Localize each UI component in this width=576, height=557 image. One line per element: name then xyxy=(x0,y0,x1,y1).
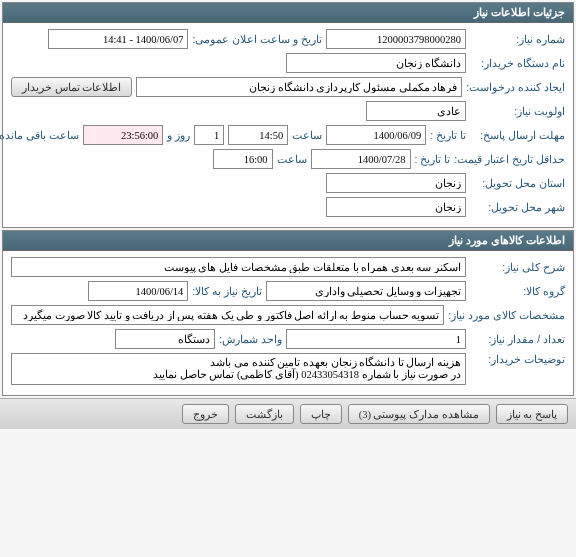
row-need-no: شماره نیاز: تاریخ و ساعت اعلان عمومی: xyxy=(11,29,565,49)
row-group: گروه کالا: تاریخ نیاز به کالا: xyxy=(11,281,565,301)
row-spec: مشخصات کالای مورد نیاز: xyxy=(11,305,565,325)
label-remaining: ساعت باقی مانده xyxy=(0,129,79,141)
reply-button[interactable]: پاسخ به نیاز xyxy=(496,404,568,424)
field-buyer[interactable] xyxy=(286,53,466,73)
field-city[interactable] xyxy=(326,197,466,217)
field-spec[interactable] xyxy=(11,305,444,325)
label-to-date1: تا تاریخ : xyxy=(430,129,466,141)
panel1-body: شماره نیاز: تاریخ و ساعت اعلان عمومی: نا… xyxy=(3,23,573,227)
field-unit[interactable] xyxy=(115,329,215,349)
field-notes[interactable] xyxy=(11,353,466,385)
field-deadline-date[interactable] xyxy=(326,125,426,145)
row-requester: ایجاد کننده درخواست: اطلاعات تماس خریدار xyxy=(11,77,565,97)
field-need-date[interactable] xyxy=(88,281,188,301)
label-priority: اولویت نیاز: xyxy=(470,105,565,117)
attachments-button[interactable]: مشاهده مدارک پیوستی (3) xyxy=(348,404,490,424)
row-deadline: مهلت ارسال پاسخ: تا تاریخ : ساعت روز و س… xyxy=(11,125,565,145)
field-requester[interactable] xyxy=(136,77,462,97)
field-desc[interactable] xyxy=(11,257,466,277)
label-desc: شرح کلی نیاز: xyxy=(470,261,565,273)
label-to-date2: تا تاریخ : xyxy=(415,153,451,165)
field-days[interactable] xyxy=(194,125,224,145)
label-group: گروه کالا: xyxy=(470,285,565,297)
field-priority[interactable] xyxy=(366,101,466,121)
need-info-panel: جزئیات اطلاعات نیاز شماره نیاز: تاریخ و … xyxy=(2,2,574,228)
panel1-title: جزئیات اطلاعات نیاز xyxy=(3,3,573,23)
row-desc: شرح کلی نیاز: xyxy=(11,257,565,277)
row-qty: تعداد / مقدار نیاز: واحد شمارش: xyxy=(11,329,565,349)
row-validity: حداقل تاریخ اعتبار قیمت: تا تاریخ : ساعت xyxy=(11,149,565,169)
label-need-no: شماره نیاز: xyxy=(470,33,565,45)
panel2-title: اطلاعات کالاهای مورد نیاز xyxy=(3,231,573,251)
field-announce-date[interactable] xyxy=(48,29,188,49)
label-day-and: روز و xyxy=(167,129,190,141)
field-province[interactable] xyxy=(326,173,466,193)
goods-info-panel: اطلاعات کالاهای مورد نیاز شرح کلی نیاز: … xyxy=(2,230,574,396)
panel2-body: شرح کلی نیاز: گروه کالا: تاریخ نیاز به ک… xyxy=(3,251,573,395)
field-remaining[interactable] xyxy=(83,125,163,145)
row-buyer: نام دستگاه خریدار: xyxy=(11,53,565,73)
label-spec: مشخصات کالای مورد نیاز: xyxy=(448,309,565,321)
label-unit: واحد شمارش: xyxy=(219,333,282,345)
field-deadline-hour[interactable] xyxy=(228,125,288,145)
field-validity-hour[interactable] xyxy=(213,149,273,169)
field-group[interactable] xyxy=(266,281,466,301)
label-validity: حداقل تاریخ اعتبار قیمت: xyxy=(454,153,565,165)
label-need-date: تاریخ نیاز به کالا: xyxy=(192,285,262,297)
label-announce-date: تاریخ و ساعت اعلان عمومی: xyxy=(192,33,322,45)
label-buyer: نام دستگاه خریدار: xyxy=(470,57,565,69)
row-priority: اولویت نیاز: xyxy=(11,101,565,121)
label-requester: ایجاد کننده درخواست: xyxy=(466,81,565,93)
print-button[interactable]: چاپ xyxy=(300,404,342,424)
label-province: استان محل تحویل: xyxy=(470,177,565,189)
row-province: استان محل تحویل: xyxy=(11,173,565,193)
exit-button[interactable]: خروج xyxy=(182,404,229,424)
row-notes: توضیحات خریدار: xyxy=(11,353,565,385)
contact-buyer-button[interactable]: اطلاعات تماس خریدار xyxy=(11,77,132,97)
field-qty[interactable] xyxy=(286,329,466,349)
field-validity-date[interactable] xyxy=(311,149,411,169)
label-qty: تعداد / مقدار نیاز: xyxy=(470,333,565,345)
button-bar: پاسخ به نیاز مشاهده مدارک پیوستی (3) چاپ… xyxy=(0,398,576,429)
label-notes: توضیحات خریدار: xyxy=(470,353,565,365)
label-city: شهر محل تحویل: xyxy=(470,201,565,213)
label-deadline: مهلت ارسال پاسخ: xyxy=(470,129,565,141)
back-button[interactable]: بازگشت xyxy=(235,404,294,424)
field-need-no[interactable] xyxy=(326,29,466,49)
label-hour1: ساعت xyxy=(292,129,322,141)
label-hour2: ساعت xyxy=(277,153,307,165)
row-city: شهر محل تحویل: xyxy=(11,197,565,217)
